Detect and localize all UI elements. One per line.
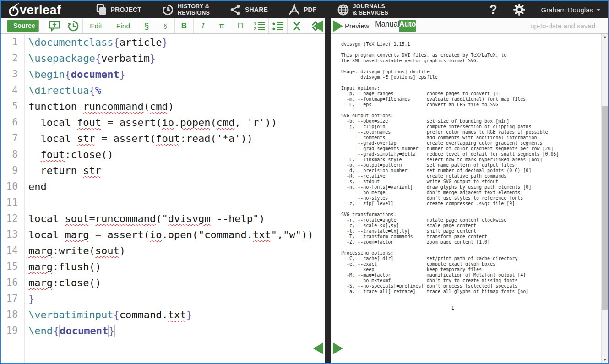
code-line[interactable]: return str (28, 163, 325, 179)
nav-label: HISTORY &REVISIONS (178, 3, 210, 16)
italic-button[interactable]: I (194, 18, 212, 33)
nav-item-pdf[interactable]: PDF (278, 1, 327, 18)
code-line[interactable]: \begin{document} (28, 66, 325, 82)
bold-button[interactable]: B (175, 18, 194, 33)
collapse-editor-arrow-top[interactable] (313, 20, 323, 32)
history-button[interactable] (64, 18, 83, 33)
scrollbar-thumb[interactable] (602, 106, 608, 310)
line-number: 18 (1, 307, 24, 323)
nav-item-history-revisions[interactable]: HISTORY &REVISIONS (152, 1, 220, 18)
line-number: 5 (1, 98, 24, 114)
history-clock-icon (162, 4, 174, 16)
code-line[interactable]: end (28, 179, 325, 195)
code-line[interactable]: \documentclass{article} (28, 34, 325, 50)
navbar-menu: PROJECT HISTORY &REVISIONS (85, 1, 399, 18)
inline-math-button[interactable]: π (212, 18, 231, 33)
main-split: Source Rich Text (1, 18, 608, 363)
line-number: 14 (1, 243, 24, 259)
compile-status: up-to-date and saved (530, 22, 595, 30)
nav-label: JOURNALS& SERVICES (353, 3, 389, 16)
code-editor[interactable]: 12345678910111213141516171819 \documentc… (1, 34, 325, 363)
line-number: 9 (1, 163, 24, 179)
editor-code: \documentclass{article}\usepackage{verba… (25, 34, 325, 363)
add-comment-icon (49, 20, 61, 32)
code-line[interactable]: \end{document} (28, 323, 325, 339)
pdf-page-text: dvisvgm (TeX Live) 1.15.1 This program c… (341, 42, 559, 311)
scroll-up-icon[interactable] (602, 34, 608, 41)
code-line[interactable]: \verbatiminput{command.txt} (28, 307, 325, 323)
expand-preview-arrow-bottom[interactable] (333, 342, 343, 354)
line-number: 4 (1, 82, 24, 98)
code-line[interactable]: marg:close() (28, 275, 325, 291)
code-line[interactable]: \usepackage{verbatim} (28, 50, 325, 66)
svg-text:2: 2 (254, 26, 256, 31)
line-number: 1 (1, 34, 24, 50)
logo-leaf-icon (7, 2, 21, 17)
auto-compile-button[interactable]: Auto (399, 20, 416, 32)
code-line[interactable]: \directlua{% (28, 82, 325, 98)
source-richtext-toggle: Source Rich Text (7, 20, 39, 32)
line-number: 13 (1, 227, 24, 243)
nav-item-project[interactable]: PROJECT (85, 1, 152, 18)
add-comment-button[interactable] (45, 18, 64, 33)
code-line[interactable]: marg:write(sout) (28, 243, 325, 259)
code-line[interactable]: function runcommand(cmd) (28, 98, 325, 114)
code-line[interactable]: local fout = assert(io.popen(cmd, 'r')) (28, 114, 325, 130)
project-pages-icon (95, 4, 107, 16)
bullet-list-button[interactable] (269, 18, 288, 33)
navbar-right: ? G (489, 3, 601, 17)
display-math-button[interactable]: Π (231, 18, 250, 33)
collapse-editor-arrow-bottom[interactable] (313, 342, 323, 354)
chevron-down-icon (596, 9, 601, 11)
code-line[interactable]: local marg = assert(io.open("command.txt… (28, 227, 325, 243)
logo-text: verleaf (20, 3, 61, 17)
numbered-list-icon: 1 2 (253, 21, 265, 31)
nav-item-journals-services[interactable]: JOURNALS& SERVICES (327, 1, 399, 18)
scroll-down-icon[interactable] (602, 356, 608, 363)
gear-icon[interactable] (513, 3, 526, 16)
numbered-list-button[interactable]: 1 2 (250, 18, 269, 33)
nav-item-share[interactable]: SHARE (220, 1, 278, 18)
line-number: 10 (1, 179, 24, 195)
code-line[interactable] (28, 195, 325, 211)
line-number: 8 (1, 147, 24, 163)
toolbar-buttons: Edit Find § § B I π Π 1 2 (45, 18, 325, 33)
bullet-list-icon (272, 21, 284, 31)
line-number: 11 (1, 195, 24, 211)
svg-text:1: 1 (254, 21, 256, 26)
code-line[interactable]: fout:close() (28, 147, 325, 163)
source-tab[interactable]: Source (7, 20, 39, 32)
collapse-lines-icon (291, 21, 302, 32)
find-button[interactable]: Find (109, 18, 137, 33)
line-number: 3 (1, 66, 24, 82)
user-menu[interactable]: Graham Douglas (541, 6, 601, 14)
code-line[interactable]: marg:flush() (28, 259, 325, 275)
line-number: 6 (1, 114, 24, 130)
manual-compile-button[interactable]: Manual (375, 20, 399, 32)
expand-preview-arrow-top[interactable] (333, 20, 343, 32)
code-line[interactable]: local str = assert(fout:read('*a')) (28, 130, 325, 147)
code-line[interactable]: } (28, 291, 325, 307)
collapse-lines-button[interactable] (288, 18, 306, 33)
line-number: 19 (1, 323, 24, 339)
nav-label: SHARE (245, 6, 268, 13)
top-navbar: verleaf PROJECT (1, 1, 608, 18)
section-button[interactable]: § (137, 18, 156, 33)
nav-label: PDF (304, 6, 317, 13)
subsection-button[interactable]: § (156, 18, 175, 33)
preview-label: Preview (345, 22, 369, 30)
editor-gutter: 12345678910111213141516171819 (1, 34, 25, 363)
preview-toolbar: Preview Manual Auto up-to-date and saved (331, 18, 608, 34)
pane-divider[interactable] (325, 18, 331, 363)
pdf-preview: dvisvgm (TeX Live) 1.15.1 This program c… (331, 34, 608, 363)
overleaf-app: verleaf PROJECT (0, 0, 609, 364)
preview-scrollbar[interactable] (601, 34, 608, 363)
overleaf-logo[interactable]: verleaf (7, 2, 61, 17)
line-number: 12 (1, 211, 24, 227)
compile-mode-toggle: Manual Auto (375, 20, 416, 32)
editor-toolbar: Source Rich Text (1, 18, 325, 34)
line-number: 15 (1, 259, 24, 275)
code-line[interactable]: local sout=runcommand("dvisvgm --help") (28, 211, 325, 227)
edit-menu-button[interactable]: Edit (83, 18, 109, 33)
help-button[interactable]: ? (489, 3, 497, 17)
